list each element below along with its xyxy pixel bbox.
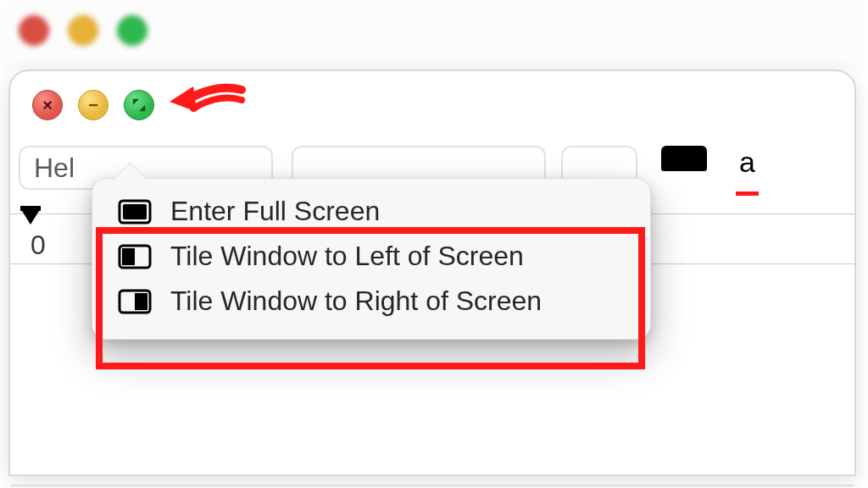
menu-item-label: Enter Full Screen — [170, 196, 380, 227]
menu-item-label: Tile Window to Left of Screen — [170, 241, 524, 272]
fullscreen-icon — [131, 97, 147, 113]
svg-marker-0 — [133, 99, 139, 105]
divider — [10, 485, 854, 486]
svg-rect-7 — [135, 293, 147, 310]
menu-item-label: Tile Window to Right of Screen — [170, 286, 542, 317]
ruler-tick-label: 0 — [31, 230, 46, 261]
minimize-icon: − — [88, 97, 98, 114]
svg-rect-5 — [122, 248, 135, 265]
font-family-value: Hel — [34, 152, 75, 184]
svg-rect-3 — [123, 204, 147, 219]
highlight-color-button[interactable]: a — [739, 146, 755, 193]
fullscreen-rect-icon — [118, 199, 152, 225]
minimize-button[interactable]: − — [78, 90, 108, 120]
zoom-button[interactable] — [124, 90, 154, 120]
tile-right-icon — [118, 289, 152, 314]
close-icon: × — [42, 97, 53, 114]
close-icon-bg — [19, 15, 49, 46]
indent-marker-icon[interactable] — [22, 211, 39, 225]
menu-item-enter-full-screen[interactable]: Enter Full Screen — [92, 189, 650, 234]
close-button[interactable]: × — [32, 90, 63, 120]
minimize-icon-bg — [68, 15, 98, 46]
background-window — [0, 0, 868, 68]
menu-item-tile-left[interactable]: Tile Window to Left of Screen — [92, 234, 650, 279]
zoom-icon-bg — [117, 15, 147, 46]
text-color-swatch[interactable] — [661, 146, 707, 171]
zoom-button-menu: Enter Full Screen Tile Window to Left of… — [92, 178, 651, 340]
tile-left-icon — [118, 244, 152, 269]
menu-item-tile-right[interactable]: Tile Window to Right of Screen — [92, 279, 650, 324]
svg-marker-1 — [139, 105, 145, 111]
window-controls: × − — [32, 90, 154, 120]
